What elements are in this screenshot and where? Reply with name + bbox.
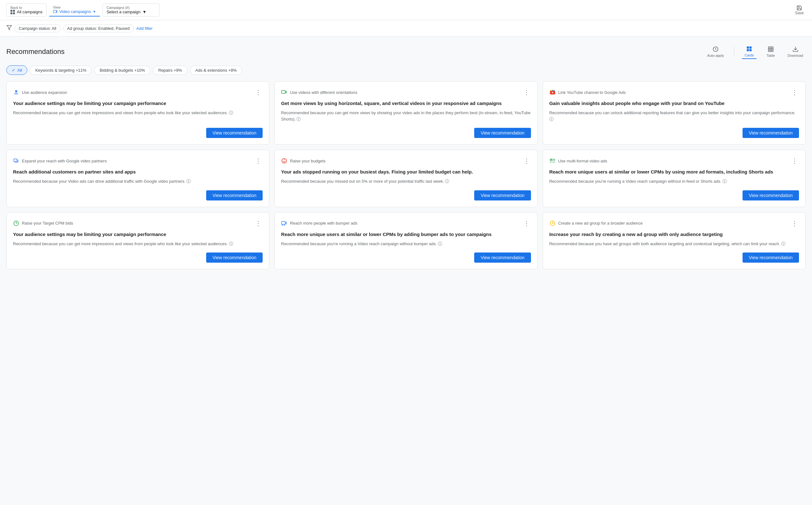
card-type-label: Expand your reach with Google video part… (22, 159, 107, 163)
card-type-label: Link YouTube channel to Google Ads (558, 90, 626, 95)
category-tab-all[interactable]: ✓ All (6, 65, 27, 75)
category-tab-bidding[interactable]: Bidding & budgets +10% (94, 66, 150, 75)
card-more-button[interactable]: ⋮ (254, 88, 263, 97)
card-header: Reach more people with bumper ads ⋮ (281, 219, 531, 228)
svg-rect-6 (750, 49, 752, 51)
category-tab-ads[interactable]: Ads & extensions +8% (190, 66, 242, 75)
table-view-button[interactable]: Table (764, 45, 777, 59)
cards-view-button[interactable]: Cards (742, 44, 756, 59)
card-more-button[interactable]: ⋮ (522, 219, 531, 228)
card-description: Recommended because you missed out on 5%… (281, 178, 531, 185)
expand-icon (13, 158, 19, 164)
view-recommendation-button[interactable]: View recommendation (743, 128, 799, 138)
view-recommendation-button[interactable]: View recommendation (206, 190, 263, 200)
download-button[interactable]: Download (785, 45, 806, 59)
add-filter-button[interactable]: Add filter (136, 26, 153, 31)
recommendation-card-card3: Link YouTube channel to Google Ads ⋮ Gai… (543, 81, 806, 145)
view-recommendation-button[interactable]: View recommendation (474, 128, 531, 138)
auto-apply-icon (713, 46, 719, 52)
card-type-label: Raise your Target CPM bids (22, 221, 73, 225)
view-video-campaigns-button[interactable]: View Video campaigns ▼ (49, 3, 100, 16)
card-footer: View recommendation (13, 250, 263, 263)
svg-marker-1 (7, 25, 12, 30)
audience-icon (13, 89, 19, 96)
campaign-dropdown-arrow: ▼ (143, 9, 147, 14)
category-tab-keywords[interactable]: Keywords & targeting +11% (30, 66, 92, 75)
ad-group-status-filter[interactable]: Ad group status: Enabled, Paused (63, 24, 134, 32)
view-label: View (53, 5, 60, 9)
recommendation-card-card1: Use audience expansion ⋮ Your audience s… (6, 81, 269, 145)
back-to-all-campaigns-button[interactable]: Back to All campaigns (6, 3, 47, 16)
budget-icon (281, 158, 287, 164)
card-header: Use audience expansion ⋮ (13, 88, 263, 97)
category-tabs: ✓ All Keywords & targeting +11% Bidding … (6, 65, 806, 75)
card-type-label: Reach more people with bumper ads (290, 221, 357, 225)
recommendations-cards-grid: Use audience expansion ⋮ Your audience s… (6, 81, 806, 269)
card-type-label: Raise your budgets (290, 159, 326, 163)
view-recommendation-button[interactable]: View recommendation (474, 190, 531, 200)
bumper-icon (281, 220, 287, 226)
card-footer: View recommendation (549, 125, 799, 138)
campaign-select-value: Select a campaign ▼ (107, 9, 147, 14)
card-title: Your audience settings may be limiting y… (13, 231, 263, 237)
svg-point-30 (284, 224, 285, 225)
card-footer: View recommendation (281, 125, 531, 138)
card-footer: View recommendation (281, 188, 531, 200)
card-type: Reach more people with bumper ads (281, 220, 357, 226)
card-more-button[interactable]: ⋮ (790, 88, 799, 97)
card-header: Raise your budgets ⋮ (281, 156, 531, 165)
card-type: Use audience expansion (13, 89, 67, 96)
recommendation-card-card2: Use videos with different orientations ⋮… (274, 81, 537, 145)
recommendation-card-card4: Expand your reach with Google video part… (6, 150, 269, 207)
card-description: Recommended because you can get more imp… (13, 110, 263, 116)
card-type-label: Create a new ad group for a broader audi… (558, 221, 643, 225)
card-more-button[interactable]: ⋮ (790, 219, 799, 228)
card-title: Reach more unique users at similar or lo… (549, 168, 799, 175)
card-title: Gain valuable insights about people who … (549, 100, 799, 107)
card-more-button[interactable]: ⋮ (522, 156, 531, 165)
card-header: Raise your Target CPM bids ⋮ (13, 219, 263, 228)
card-header: Use videos with different orientations ⋮ (281, 88, 531, 97)
svg-rect-18 (552, 90, 553, 91)
card-more-button[interactable]: ⋮ (790, 156, 799, 165)
auto-apply-button[interactable]: Auto-apply (705, 45, 727, 59)
multiformat-icon (549, 158, 556, 164)
top-bar: Back to All campaigns View Video campaig… (0, 0, 812, 20)
card-type: Use multi-format video ads (549, 158, 607, 164)
cpm-icon (13, 220, 19, 226)
card-title: Reach more unique users at similar or lo… (281, 231, 531, 237)
view-value: Video campaigns ▼ (53, 9, 96, 14)
svg-rect-28 (282, 221, 285, 224)
recommendation-card-card6: Use multi-format video ads ⋮ Reach more … (543, 150, 806, 207)
view-recommendation-button[interactable]: View recommendation (743, 252, 799, 263)
filter-icon[interactable] (6, 25, 12, 32)
card-title: Your audience settings may be limiting y… (13, 100, 263, 107)
recommendation-card-card7: Raise your Target CPM bids ⋮ Your audien… (6, 212, 269, 270)
campaign-selector-button[interactable]: Campaigns (#) Select a campaign ▼ (103, 3, 160, 16)
card-description: Recommended because you can unlock addit… (549, 110, 799, 122)
recommendations-actions: Auto-apply Cards (705, 44, 806, 59)
recommendation-card-card9: Create a new ad group for a broader audi… (543, 212, 806, 270)
card-type-label: Use audience expansion (22, 90, 67, 95)
card-footer: View recommendation (13, 125, 263, 138)
campaign-select-label: Campaigns (#) (107, 6, 130, 9)
svg-rect-14 (282, 91, 285, 93)
view-recommendation-button[interactable]: View recommendation (206, 252, 263, 263)
card-type-label: Use videos with different orientations (290, 90, 357, 95)
card-more-button[interactable]: ⋮ (254, 219, 263, 228)
card-description: Recommended because your Video ads can d… (13, 178, 263, 185)
view-recommendation-button[interactable]: View recommendation (206, 128, 263, 138)
check-icon: ✓ (12, 67, 16, 72)
view-recommendation-button[interactable]: View recommendation (743, 190, 799, 200)
view-recommendation-button[interactable]: View recommendation (474, 252, 531, 263)
save-button[interactable]: Save (793, 3, 806, 17)
filter-bar: Campaign status: All Ad group status: En… (0, 20, 812, 37)
campaign-status-filter[interactable]: Campaign status: All (15, 24, 60, 32)
card-more-button[interactable]: ⋮ (522, 88, 531, 97)
card-type: Use videos with different orientations (281, 89, 357, 96)
card-description: Recommended because you're running a Vid… (281, 241, 531, 247)
grid-icon (10, 10, 15, 14)
table-icon (768, 46, 774, 52)
category-tab-repairs[interactable]: Repairs +9% (153, 66, 187, 75)
card-more-button[interactable]: ⋮ (254, 156, 263, 165)
